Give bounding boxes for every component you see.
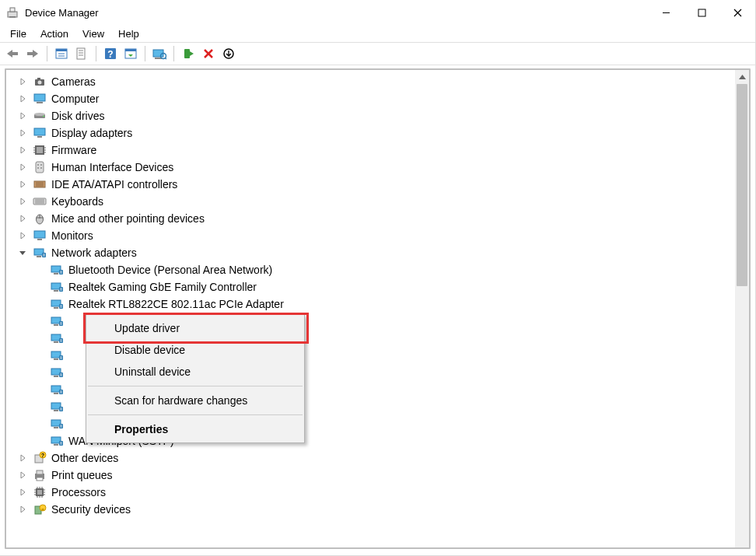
tree-node[interactable]: Realtek RTL8822CE 802.11ac PCIe Adapter xyxy=(6,295,735,313)
mouse-icon xyxy=(33,212,47,226)
show-hide-console-tree-button[interactable] xyxy=(52,44,71,63)
chevron-right-icon[interactable] xyxy=(17,110,28,121)
chevron-right-icon[interactable] xyxy=(17,470,28,481)
scroll-thumb[interactable] xyxy=(737,84,747,286)
toolbar-separator xyxy=(47,46,47,61)
tree-node[interactable]: Firmware xyxy=(6,142,735,159)
vertical-scrollbar[interactable] xyxy=(735,70,749,547)
svg-rect-4 xyxy=(698,9,705,16)
properties-button[interactable] xyxy=(72,44,91,63)
tree-node[interactable]: Human Interface Devices xyxy=(6,159,735,176)
tree-node[interactable]: IDE ATA/ATAPI controllers xyxy=(6,176,735,193)
chevron-right-icon[interactable] xyxy=(17,213,28,224)
chevron-down-icon[interactable] xyxy=(17,247,28,258)
tree-node[interactable]: Bluetooth Device (Personal Area Network) xyxy=(6,261,735,278)
toolbar: ? xyxy=(0,42,755,65)
svg-rect-101 xyxy=(54,376,58,377)
ctx-update-driver[interactable]: Update driver xyxy=(86,317,304,339)
svg-rect-33 xyxy=(37,102,43,103)
tree-node[interactable]: Print queues xyxy=(6,467,735,484)
tree-node[interactable]: Processors xyxy=(6,484,735,501)
chevron-right-icon[interactable] xyxy=(17,487,28,498)
menu-file[interactable]: File xyxy=(3,26,33,41)
chevron-right-icon[interactable] xyxy=(17,162,28,173)
chevron-right-icon[interactable] xyxy=(17,196,28,207)
tree-node[interactable]: Mice and other pointing devices xyxy=(6,210,735,227)
menu-help[interactable]: Help xyxy=(111,26,146,41)
svg-rect-64 xyxy=(37,239,42,240)
tree-node[interactable]: Computer xyxy=(6,90,735,107)
svg-rect-81 xyxy=(54,307,58,309)
tree-node[interactable]: ?Other devices xyxy=(6,449,735,467)
tree-node-label: Human Interface Devices xyxy=(51,159,173,176)
maximize-button[interactable] xyxy=(684,0,719,25)
svg-text:?: ? xyxy=(107,49,113,60)
tree-node[interactable]: Disk drives xyxy=(6,107,735,124)
ctx-properties[interactable]: Properties xyxy=(86,418,304,440)
menu-action[interactable]: Action xyxy=(33,26,75,41)
chevron-right-icon[interactable] xyxy=(17,453,28,463)
ctx-uninstall-device[interactable]: Uninstall device xyxy=(86,361,304,383)
tree-node[interactable]: Keyboards xyxy=(6,193,735,210)
menubar: File Action View Help xyxy=(0,25,755,42)
tree-node[interactable]: Security devices xyxy=(6,501,735,518)
action-toolbar-button[interactable] xyxy=(121,44,140,63)
chevron-right-icon[interactable] xyxy=(17,93,28,104)
disable-button[interactable] xyxy=(219,44,238,63)
svg-rect-77 xyxy=(59,287,63,292)
tree-node[interactable]: Monitors xyxy=(6,227,735,244)
svg-rect-32 xyxy=(34,94,45,101)
tree-node-label: Cameras xyxy=(51,73,96,90)
context-menu: Update driver Disable device Uninstall d… xyxy=(86,314,305,443)
svg-text:?: ? xyxy=(41,453,44,458)
net-icon xyxy=(50,314,64,328)
ctx-disable-device[interactable]: Disable device xyxy=(86,339,304,361)
svg-rect-87 xyxy=(59,321,63,326)
svg-rect-67 xyxy=(42,253,46,257)
net-icon xyxy=(50,383,64,397)
tree-node[interactable]: Cameras xyxy=(6,73,735,90)
svg-rect-8 xyxy=(27,52,33,55)
minimize-button[interactable] xyxy=(648,0,684,25)
titlebar: Device Manager xyxy=(0,0,755,25)
back-button[interactable] xyxy=(3,44,22,63)
svg-rect-102 xyxy=(59,372,63,377)
svg-rect-86 xyxy=(54,324,58,326)
uninstall-button[interactable] xyxy=(199,44,218,63)
cpu-icon xyxy=(33,485,47,499)
chevron-right-icon[interactable] xyxy=(17,76,28,87)
svg-rect-25 xyxy=(184,49,190,58)
chevron-right-icon[interactable] xyxy=(17,504,28,515)
chevron-right-icon[interactable] xyxy=(17,128,28,138)
svg-rect-116 xyxy=(54,427,58,428)
toolbar-separator xyxy=(145,46,145,61)
security-icon xyxy=(33,502,47,516)
tree-node-label: Processors xyxy=(51,484,106,501)
svg-rect-10 xyxy=(56,49,67,51)
menu-view[interactable]: View xyxy=(75,26,111,41)
forward-button[interactable] xyxy=(23,44,42,63)
chevron-right-icon[interactable] xyxy=(17,179,28,190)
chevron-right-icon[interactable] xyxy=(17,230,28,241)
svg-point-36 xyxy=(43,116,44,117)
tree-node[interactable]: Realtek Gaming GbE Family Controller xyxy=(6,278,735,295)
close-button[interactable] xyxy=(719,0,755,25)
svg-rect-130 xyxy=(37,477,43,481)
svg-rect-13 xyxy=(77,48,85,59)
svg-point-48 xyxy=(37,164,39,166)
svg-rect-147 xyxy=(42,509,44,511)
chevron-right-icon[interactable] xyxy=(17,145,28,156)
tree-node[interactable]: Display adapters xyxy=(6,124,735,142)
svg-rect-91 xyxy=(54,341,58,343)
scan-hardware-button[interactable] xyxy=(150,44,169,63)
tree-node[interactable]: Network adapters xyxy=(6,244,735,261)
update-driver-button[interactable] xyxy=(179,44,198,63)
tree-view[interactable]: CamerasComputerDisk drivesDisplay adapte… xyxy=(6,70,735,547)
svg-rect-82 xyxy=(59,304,63,309)
scroll-up-arrow[interactable] xyxy=(735,70,749,84)
tree-node-label: IDE ATA/ATAPI controllers xyxy=(51,176,177,193)
keyboard-icon xyxy=(33,194,47,208)
help-button[interactable]: ? xyxy=(101,44,120,63)
ctx-scan-hardware[interactable]: Scan for hardware changes xyxy=(86,390,304,411)
tree-node-label: Computer xyxy=(51,90,99,107)
